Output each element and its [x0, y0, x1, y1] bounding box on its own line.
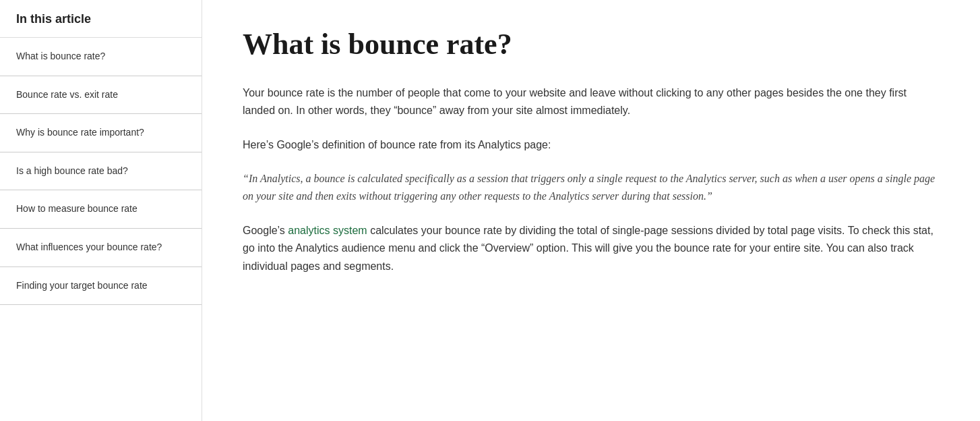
sidebar-link-what-influences[interactable]: What influences your bounce rate? — [0, 229, 202, 266]
article-body: Your bounce rate is the number of people… — [243, 84, 940, 275]
sidebar-item-high-bounce-rate[interactable]: Is a high bounce rate bad? — [0, 152, 202, 191]
article-title: What is bounce rate? — [243, 27, 940, 63]
sidebar-link-finding-target[interactable]: Finding your target bounce rate — [0, 267, 202, 305]
sidebar-item-how-to-measure[interactable]: How to measure bounce rate — [0, 190, 202, 229]
sidebar-item-bounce-rate-vs-exit-rate[interactable]: Bounce rate vs. exit rate — [0, 76, 202, 115]
sidebar-link-how-to-measure[interactable]: How to measure bounce rate — [0, 190, 202, 228]
sidebar-item-what-influences[interactable]: What influences your bounce rate? — [0, 229, 202, 267]
sidebar-item-why-important[interactable]: Why is bounce rate important? — [0, 114, 202, 152]
google-calc-prefix: Google’s — [243, 225, 288, 236]
sidebar-nav: What is bounce rate? Bounce rate vs. exi… — [0, 38, 202, 305]
sidebar-link-why-important[interactable]: Why is bounce rate important? — [0, 114, 202, 152]
main-content: What is bounce rate? Your bounce rate is… — [202, 0, 980, 421]
sidebar[interactable]: In this article What is bounce rate? Bou… — [0, 0, 202, 421]
sidebar-link-high-bounce-rate[interactable]: Is a high bounce rate bad? — [0, 152, 202, 190]
sidebar-link-bounce-rate-vs-exit-rate[interactable]: Bounce rate vs. exit rate — [0, 76, 202, 114]
google-calc-paragraph: Google’s analytics system calculates you… — [243, 222, 940, 275]
sidebar-title: In this article — [0, 0, 202, 38]
google-def-intro: Here’s Google’s definition of bounce rat… — [243, 136, 940, 154]
analytics-system-link[interactable]: analytics system — [288, 225, 367, 236]
intro-paragraph: Your bounce rate is the number of people… — [243, 84, 940, 120]
sidebar-link-what-is-bounce-rate[interactable]: What is bounce rate? — [0, 38, 202, 76]
sidebar-item-finding-target[interactable]: Finding your target bounce rate — [0, 267, 202, 306]
blockquote-paragraph: “In Analytics, a bounce is calculated sp… — [243, 170, 940, 206]
sidebar-item-what-is-bounce-rate[interactable]: What is bounce rate? — [0, 38, 202, 76]
